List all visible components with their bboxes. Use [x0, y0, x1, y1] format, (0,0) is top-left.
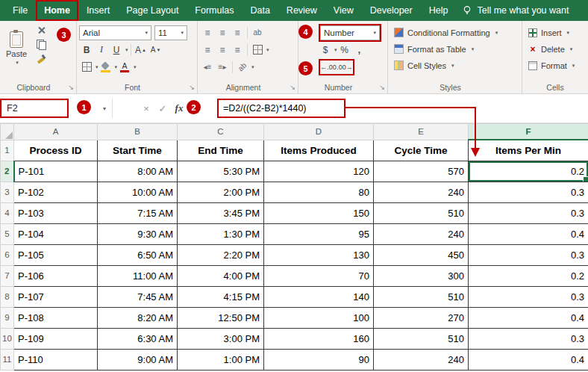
cell-F3[interactable]: 0.3 — [469, 182, 588, 202]
cell-B1[interactable]: Start Time — [98, 140, 178, 161]
cell-C9[interactable]: 12:50 PM — [178, 307, 264, 328]
cell-E5[interactable]: 240 — [374, 223, 469, 244]
cell-E11[interactable]: 240 — [374, 349, 469, 370]
cell-A8[interactable]: P-107 — [14, 286, 98, 307]
cell-C3[interactable]: 2:00 PM — [178, 182, 264, 202]
row-header-7[interactable]: 7 — [1, 265, 14, 286]
tab-help[interactable]: Help — [421, 0, 457, 21]
cell-A6[interactable]: P-105 — [14, 244, 98, 265]
cell-E9[interactable]: 270 — [374, 307, 469, 328]
cell-C5[interactable]: 1:30 PM — [178, 223, 264, 244]
cell-C8[interactable]: 4:15 PM — [178, 286, 264, 307]
cell-E2[interactable]: 570 — [374, 161, 469, 182]
cell-B7[interactable]: 11:00 AM — [98, 265, 178, 286]
cell-E6[interactable]: 450 — [374, 244, 469, 265]
fill-color-button[interactable] — [98, 60, 113, 74]
cell-C7[interactable]: 4:00 PM — [178, 265, 264, 286]
cell-C4[interactable]: 3:45 PM — [178, 202, 264, 223]
font-size-select[interactable]: 11 ▾ — [154, 25, 187, 40]
percent-style-button[interactable]: % — [337, 43, 352, 57]
tell-me-box[interactable]: Tell me what you want — [462, 5, 588, 16]
conditional-formatting-button[interactable]: Conditional Formatting ▾ — [394, 25, 519, 40]
paste-button[interactable]: Paste ▾ — [2, 23, 31, 74]
row-header-8[interactable]: 8 — [1, 286, 14, 307]
increase-decimal-button[interactable]: ←.00 — [320, 61, 337, 74]
cell-C2[interactable]: 5:30 PM — [178, 161, 264, 182]
align-center-button[interactable]: ≡ — [215, 43, 230, 57]
column-header-E[interactable]: E — [374, 124, 469, 140]
cell-D7[interactable]: 70 — [264, 265, 374, 286]
name-box[interactable]: F2 — [1, 100, 67, 117]
formula-input[interactable]: =D2/((C2-B2)*1440) — [219, 100, 344, 117]
cell-F10[interactable]: 0.3 — [469, 328, 588, 349]
fill-handle[interactable] — [583, 176, 588, 182]
cell-A2[interactable]: P-101 — [14, 161, 98, 182]
cell-F4[interactable]: 0.3 — [469, 202, 588, 223]
decrease-decimal-button[interactable]: .00→ — [337, 61, 353, 74]
cell-D3[interactable]: 80 — [264, 182, 374, 202]
insert-button[interactable]: Insert ▾ — [528, 25, 585, 40]
tab-insert[interactable]: Insert — [78, 0, 118, 21]
cell-D5[interactable]: 95 — [264, 223, 374, 244]
cell-A9[interactable]: P-108 — [14, 307, 98, 328]
cell-E10[interactable]: 510 — [374, 328, 469, 349]
cell-E7[interactable]: 300 — [374, 265, 469, 286]
cell-C10[interactable]: 3:00 PM — [178, 328, 264, 349]
cell-F7[interactable]: 0.2 — [469, 265, 588, 286]
row-header-1[interactable]: 1 — [1, 140, 14, 161]
cell-E1[interactable]: Cycle Time — [374, 140, 469, 161]
font-name-select[interactable]: Arial ▾ — [79, 25, 151, 40]
cell-A4[interactable]: P-103 — [14, 202, 98, 223]
cell-F8[interactable]: 0.3 — [469, 286, 588, 307]
column-header-D[interactable]: D — [264, 124, 374, 140]
cell-C11[interactable]: 1:00 PM — [178, 349, 264, 370]
cell-D11[interactable]: 90 — [264, 349, 374, 370]
cell-F9[interactable]: 0.4 — [469, 307, 588, 328]
cell-A1[interactable]: Process ID — [14, 140, 98, 161]
tab-view[interactable]: View — [325, 0, 362, 21]
tab-home[interactable]: Home — [36, 0, 78, 21]
format-button[interactable]: Format ▾ — [528, 58, 585, 72]
number-dialog-launcher-icon[interactable]: ↘ — [379, 84, 385, 91]
row-header-2[interactable]: 2 — [1, 161, 14, 182]
tab-page-layout[interactable]: Page Layout — [118, 0, 187, 21]
select-all-corner[interactable] — [1, 124, 14, 140]
borders-button[interactable] — [79, 60, 94, 74]
row-header-6[interactable]: 6 — [1, 244, 14, 265]
top-align-button[interactable]: ≡ — [200, 25, 215, 40]
alignment-dialog-launcher-icon[interactable]: ↘ — [290, 84, 295, 91]
italic-button[interactable]: I — [94, 43, 109, 57]
comma-style-button[interactable]: , — [352, 43, 367, 57]
wrap-text-button[interactable]: ab — [250, 25, 265, 40]
tab-data[interactable]: Data — [242, 0, 278, 21]
insert-function-icon[interactable]: fx — [171, 100, 187, 117]
cell-D4[interactable]: 150 — [264, 202, 374, 223]
currency-format-button[interactable]: $ — [318, 43, 333, 57]
cut-button[interactable] — [34, 23, 49, 37]
shrink-font-button[interactable]: A▼ — [148, 43, 163, 57]
cell-A11[interactable]: P-110 — [14, 349, 98, 370]
bold-button[interactable]: B — [79, 43, 94, 57]
font-dialog-launcher-icon[interactable]: ↘ — [189, 84, 195, 91]
cell-F11[interactable]: 0.4 — [469, 349, 588, 370]
cancel-icon[interactable]: × — [138, 100, 154, 117]
bottom-align-button[interactable]: ≡ — [230, 25, 245, 40]
number-format-select[interactable]: Number ▾ — [320, 25, 380, 40]
name-box-dropdown-icon[interactable]: ▾ — [103, 105, 106, 112]
row-header-10[interactable]: 10 — [1, 328, 14, 349]
cell-A5[interactable]: P-104 — [14, 223, 98, 244]
column-header-C[interactable]: C — [178, 124, 264, 140]
underline-button[interactable]: U — [109, 43, 124, 57]
cell-B6[interactable]: 6:50 AM — [98, 244, 178, 265]
cell-A3[interactable]: P-102 — [14, 182, 98, 202]
row-header-5[interactable]: 5 — [1, 223, 14, 244]
cell-E4[interactable]: 510 — [374, 202, 469, 223]
cell-C1[interactable]: End Time — [178, 140, 264, 161]
cell-F1[interactable]: Items Per Min — [469, 140, 588, 161]
cell-B10[interactable]: 6:30 AM — [98, 328, 178, 349]
increase-indent-button[interactable]: ≡▸ — [215, 60, 230, 74]
clipboard-dialog-launcher-icon[interactable]: ↘ — [68, 84, 74, 91]
cell-E8[interactable]: 510 — [374, 286, 469, 307]
cell-F6[interactable]: 0.3 — [469, 244, 588, 265]
format-painter-button[interactable] — [34, 52, 49, 66]
